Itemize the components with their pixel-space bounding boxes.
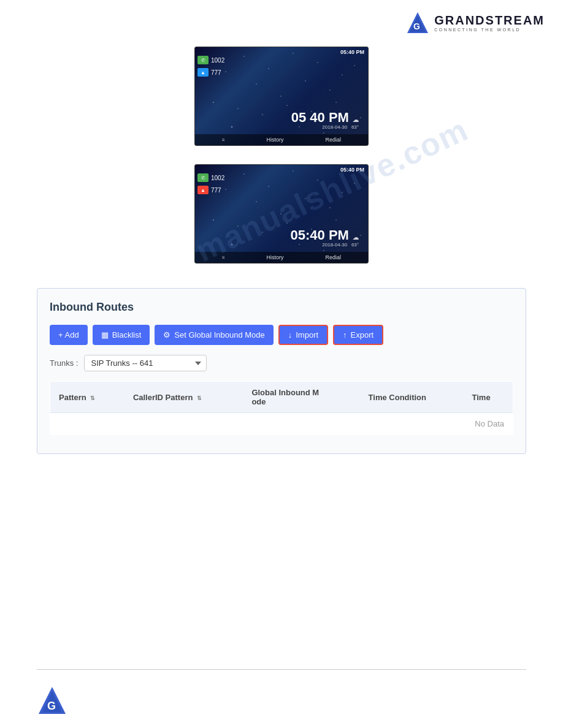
panel-container: Inbound Routes + Add ▦ Blacklist ⚙ Set G… xyxy=(37,288,526,454)
panel-title: Inbound Routes xyxy=(50,301,513,314)
phone-bottom-bar-2: ≡ History Redial xyxy=(195,252,368,263)
footer-logo: G xyxy=(37,685,67,716)
blacklist-icon: ▦ xyxy=(101,330,109,339)
logo-area: G GRANDSTREAM CONNECTING THE WORLD xyxy=(406,11,545,34)
call-icon-person-1: ▲ xyxy=(197,68,209,77)
col-pattern: Pattern ⇅ xyxy=(50,382,124,413)
col-time-label: Time xyxy=(472,393,491,402)
phone-screens-container: 05:40 PM ✆ 1002 ▲ 777 05 40 PM ☁ 2018-04… xyxy=(0,47,563,264)
clock-date-1: 2018-04-30 63° xyxy=(291,124,359,130)
pattern-sort-icon[interactable]: ⇅ xyxy=(90,395,95,401)
call-icon-red-2: ▲ xyxy=(197,186,209,194)
set-global-inbound-button[interactable]: ⚙ Set Global Inbound Mode xyxy=(155,325,273,345)
svg-text:G: G xyxy=(413,21,420,31)
phone-clock-2: 05:40 PM ☁ 2018-04-30 63° xyxy=(291,229,359,248)
import-button[interactable]: ↓ Import xyxy=(278,325,328,345)
callerid-sort-icon[interactable]: ⇅ xyxy=(197,395,202,401)
header-row: Pattern ⇅ CallerID Pattern ⇅ Global Inbo… xyxy=(50,382,513,413)
logo-tagline: CONNECTING THE WORLD xyxy=(434,28,545,32)
toolbar: + Add ▦ Blacklist ⚙ Set Global Inbound M… xyxy=(50,325,513,345)
add-button[interactable]: + Add xyxy=(50,325,88,345)
col-time: Time xyxy=(464,382,513,413)
export-icon: ↑ xyxy=(343,330,347,339)
col-global-inbound-label: Global Inbound Mode xyxy=(251,388,319,406)
call-number-777-2: 777 xyxy=(211,187,221,194)
footer-logo-icon: G xyxy=(37,685,67,716)
trunks-select[interactable]: SIP Trunks -- 641 xyxy=(84,355,207,371)
clock-time-1: 05 40 PM ☁ xyxy=(291,111,359,124)
phone-history-label-1: History xyxy=(267,137,284,143)
col-global-inbound: Global Inbound Mode xyxy=(243,382,359,413)
phone-screen-2: 05:40 PM ✆ 1002 ▲ 777 05:40 PM ☁ 2018-04… xyxy=(194,164,369,264)
no-data-cell: No Data xyxy=(50,413,513,435)
gear-icon: ⚙ xyxy=(163,330,170,339)
phone-menu-icon-2: ≡ xyxy=(222,255,225,260)
trunks-row: Trunks : SIP Trunks -- 641 xyxy=(50,355,513,371)
call-number-1002: 1002 xyxy=(211,57,224,64)
call-row-1002-2: ✆ 1002 xyxy=(195,172,368,183)
call-row-777-2: ▲ 777 xyxy=(195,184,368,195)
trunks-label: Trunks : xyxy=(50,358,78,368)
inbound-routes-panel: Inbound Routes + Add ▦ Blacklist ⚙ Set G… xyxy=(37,288,526,454)
blacklist-button[interactable]: ▦ Blacklist xyxy=(93,325,150,345)
call-row-777-1: ▲ 777 xyxy=(195,67,368,78)
clock-date-2: 2018-04-30 63° xyxy=(291,242,359,248)
export-button[interactable]: ↑ Export xyxy=(333,325,383,345)
phone-menu-icon-1: ≡ xyxy=(222,137,225,143)
phone-redial-label-1: Redial xyxy=(325,137,341,143)
table-body: No Data xyxy=(50,413,513,435)
col-callerid-label: CallerID Pattern xyxy=(133,393,193,402)
phone-screen-1: 05:40 PM ✆ 1002 ▲ 777 05 40 PM ☁ 2018-04… xyxy=(194,47,369,146)
phone-history-label-2: History xyxy=(267,254,284,260)
logo-text: GRANDSTREAM CONNECTING THE WORLD xyxy=(434,14,545,32)
grandstream-logo-icon: G xyxy=(406,11,429,34)
phone-bottom-bar-1: ≡ History Redial xyxy=(195,134,368,145)
col-time-condition-label: Time Condition xyxy=(369,393,426,402)
col-pattern-label: Pattern xyxy=(59,393,86,402)
col-time-condition: Time Condition xyxy=(360,382,464,413)
page-header: G GRANDSTREAM CONNECTING THE WORLD xyxy=(0,0,563,40)
import-icon: ↓ xyxy=(288,330,293,339)
call-row-1002: ✆ 1002 xyxy=(195,55,368,66)
no-data-row: No Data xyxy=(50,413,513,435)
call-icon-green-1: ✆ xyxy=(197,56,209,64)
call-number-777-1: 777 xyxy=(211,69,221,76)
phone-clock-1: 05 40 PM ☁ 2018-04-30 63° xyxy=(291,111,359,130)
routes-table: Pattern ⇅ CallerID Pattern ⇅ Global Inbo… xyxy=(50,381,513,435)
svg-text:G: G xyxy=(47,700,56,712)
col-callerid: CallerID Pattern ⇅ xyxy=(124,382,243,413)
no-data-text: No Data xyxy=(475,419,504,428)
table-header: Pattern ⇅ CallerID Pattern ⇅ Global Inbo… xyxy=(50,382,513,413)
call-rows-1: ✆ 1002 ▲ 777 xyxy=(195,55,368,79)
phone-redial-label-2: Redial xyxy=(325,254,341,260)
call-number-1002-2: 1002 xyxy=(211,175,224,181)
logo-brand-name: GRANDSTREAM xyxy=(434,14,545,26)
call-rows-2: ✆ 1002 ▲ 777 xyxy=(195,172,368,197)
clock-time-2: 05:40 PM ☁ xyxy=(291,229,359,242)
call-icon-green-2: ✆ xyxy=(197,173,209,182)
footer-divider xyxy=(37,669,526,670)
